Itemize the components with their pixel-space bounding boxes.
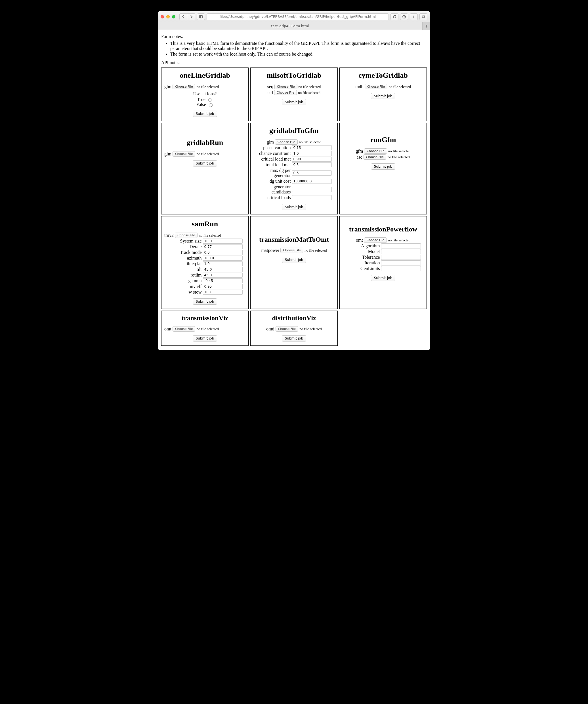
inv-eff-input[interactable] (203, 284, 243, 289)
choose-file-button[interactable]: Choose File (172, 84, 196, 90)
chance-constraint-input[interactable] (292, 151, 332, 156)
choose-file-button[interactable]: Choose File (275, 139, 298, 145)
system-size-input[interactable] (203, 239, 243, 244)
genlimits-input[interactable] (381, 266, 421, 271)
track-mode-input[interactable] (203, 250, 243, 255)
submit-button[interactable]: Submit job (193, 298, 217, 305)
no-file-text: no file selected (196, 327, 219, 331)
window-controls (161, 15, 175, 18)
field-label: max dg per generator (254, 168, 291, 178)
choose-file-button[interactable]: Choose File (364, 237, 387, 243)
cell-title: milsoftToGridlab (267, 71, 322, 80)
submit-button[interactable]: Submit job (371, 275, 395, 281)
cell-cymeToGridlab: cymeToGridlab mdb Choose File no file se… (339, 67, 427, 121)
submit-button[interactable]: Submit job (193, 111, 217, 117)
no-file-text: no file selected (196, 84, 219, 89)
address-bar[interactable]: file:///Users/dpinney/gdrive/LATERBASE/o… (207, 13, 389, 20)
lat-lons-question: Use lat lons? (193, 91, 217, 97)
cell-title: cymeToGridlab (359, 71, 408, 80)
cell-title: samRun (192, 220, 218, 228)
algorithm-input[interactable] (381, 243, 421, 248)
field-label: tilt eq lat (164, 261, 202, 266)
no-file-text: no file selected (299, 140, 321, 144)
forward-button[interactable] (187, 13, 195, 20)
file-label: seq (267, 84, 273, 90)
page-content: Form notes: This is a very basic HTML fo… (158, 30, 430, 350)
tilt-eq-lat-input[interactable] (203, 261, 243, 266)
critical-loads-input[interactable] (292, 195, 332, 200)
w-stow-input[interactable] (203, 290, 243, 295)
field-label: dg unit cost (254, 179, 291, 184)
back-button[interactable] (179, 13, 187, 20)
azimuth-input[interactable] (203, 255, 243, 261)
sidebar-toggle-button[interactable] (197, 13, 205, 20)
submit-button[interactable]: Submit job (282, 204, 307, 210)
cell-milsoftToGridlab: milsoftToGridlab seq Choose File no file… (250, 67, 338, 121)
model-input[interactable] (381, 249, 421, 254)
max-dg-input[interactable] (292, 171, 332, 176)
file-label: gfm (356, 149, 363, 154)
new-tab-button[interactable]: + (422, 22, 430, 30)
tolerance-input[interactable] (381, 255, 421, 260)
no-file-text: no file selected (388, 84, 411, 89)
close-icon[interactable] (161, 15, 164, 18)
choose-file-button[interactable]: Choose File (175, 233, 198, 238)
field-label: Tolerance (342, 255, 380, 260)
browser-tab[interactable]: test_gripAPIForm.html (158, 22, 422, 30)
critical-load-met-input[interactable] (292, 157, 332, 162)
no-file-text: no file selected (387, 155, 410, 160)
submit-button[interactable]: Submit job (371, 93, 395, 99)
dg-unit-cost-input[interactable] (292, 179, 332, 184)
choose-file-button[interactable]: Choose File (274, 84, 298, 90)
choose-file-button[interactable]: Choose File (172, 151, 196, 157)
downloads-button[interactable] (400, 13, 408, 20)
cell-samRun: samRun tmy2 Choose File no file selected… (161, 216, 249, 309)
submit-button[interactable]: Submit job (282, 335, 307, 342)
field-label: GenLimits (342, 266, 380, 271)
submit-button[interactable]: Submit job (371, 163, 395, 170)
generator-candidates-input[interactable] (292, 187, 332, 192)
choose-file-button[interactable]: Choose File (274, 90, 297, 95)
no-file-text: no file selected (298, 91, 320, 95)
cell-distributionViz: distributionViz omd Choose File no file … (250, 310, 338, 346)
choose-file-button[interactable]: Choose File (276, 326, 299, 332)
phase-variation-input[interactable] (292, 145, 332, 150)
no-file-text: no file selected (388, 238, 410, 242)
choose-file-button[interactable]: Choose File (172, 326, 196, 332)
choose-file-button[interactable]: Choose File (364, 149, 387, 154)
radio-true[interactable] (208, 98, 212, 102)
tab-bar: test_gripAPIForm.html + (158, 22, 430, 30)
no-file-text: no file selected (199, 233, 221, 238)
tilt-input[interactable] (203, 267, 243, 272)
cell-title: transmissionMatToOmt (259, 236, 329, 243)
field-label: Iteration (342, 260, 380, 266)
file-label: omt (164, 327, 171, 332)
cell-title: transmissionPowerflow (349, 226, 417, 233)
derate-input[interactable] (203, 244, 243, 249)
file-label: matpower (261, 248, 279, 253)
field-label: generator candidates (254, 184, 291, 194)
instapaper-button[interactable]: I (410, 13, 418, 20)
field-label: phase variation (254, 145, 291, 150)
submit-button[interactable]: Submit job (193, 335, 217, 342)
tabs-button[interactable] (419, 13, 427, 20)
minimize-icon[interactable] (166, 15, 170, 18)
choose-file-button[interactable]: Choose File (280, 248, 303, 253)
choose-file-button[interactable]: Choose File (364, 154, 386, 160)
choose-file-button[interactable]: Choose File (365, 84, 388, 90)
gamma-input[interactable] (203, 278, 243, 283)
file-label: tmy2 (164, 233, 174, 238)
submit-button[interactable]: Submit job (282, 99, 307, 105)
form-notes-heading: Form notes: (161, 34, 427, 39)
cell-title: distributionViz (272, 314, 316, 322)
radio-false[interactable] (209, 103, 213, 107)
reload-button[interactable] (390, 13, 398, 20)
no-file-text: no file selected (196, 152, 219, 156)
zoom-icon[interactable] (172, 15, 175, 18)
form-notes-list: This is a very basic HTML form to demons… (162, 41, 426, 57)
total-load-met-input[interactable] (292, 162, 332, 167)
submit-button[interactable]: Submit job (193, 160, 217, 167)
rotlim-input[interactable] (203, 273, 243, 278)
iteration-input[interactable] (381, 260, 421, 266)
submit-button[interactable]: Submit job (282, 257, 307, 263)
